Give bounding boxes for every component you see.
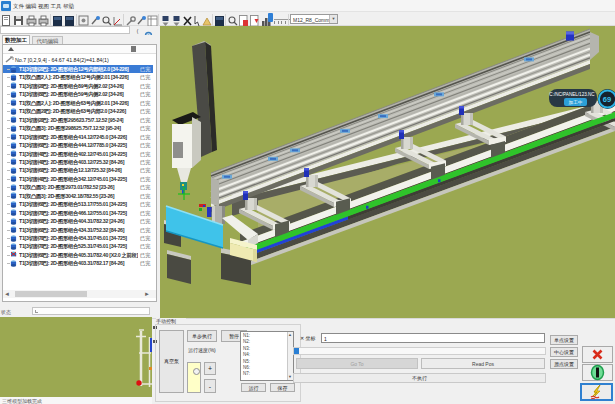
svg-text:69: 69 [603, 95, 611, 104]
svg-text:C:/NC/PANEL/123.NC: C:/NC/PANEL/123.NC [549, 92, 595, 97]
svg-text:加工中: 加工中 [569, 99, 583, 105]
